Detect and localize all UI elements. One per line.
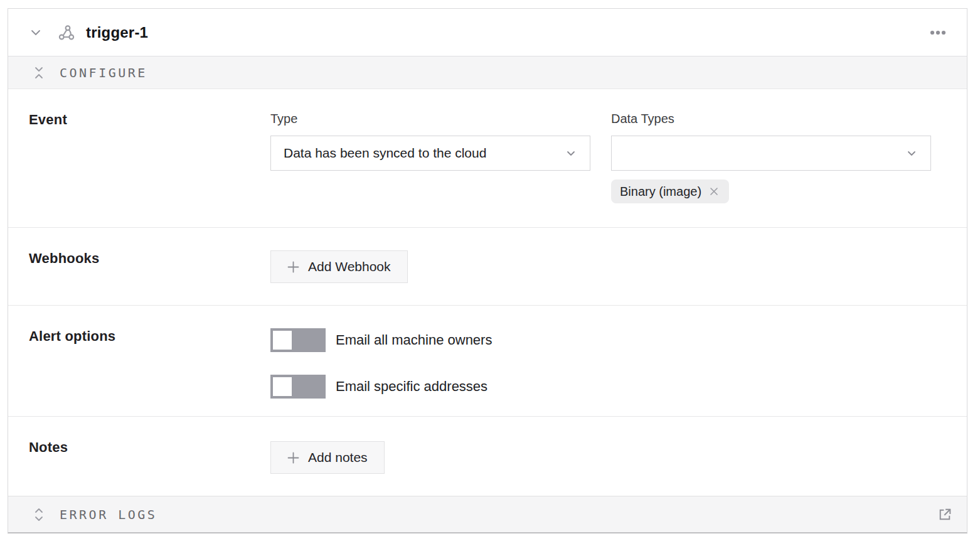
plus-icon [287, 261, 299, 273]
chevron-down-icon[interactable] [29, 26, 42, 39]
event-type-field: Type Data has been synced to the cloud [270, 112, 590, 203]
event-type-select[interactable]: Data has been synced to the cloud [270, 136, 590, 171]
alert-options-row-label: Alert options [8, 306, 270, 416]
error-logs-bar-label: ERROR LOGS [60, 507, 157, 522]
error-logs-section-bar[interactable]: ERROR LOGS [8, 496, 967, 532]
alert-options-row: Alert options Email all machine owners E… [8, 305, 967, 416]
configure-bar-label: CONFIGURE [60, 65, 147, 80]
email-specific-label: Email specific addresses [336, 378, 487, 395]
add-webhook-button-label: Add Webhook [308, 259, 391, 274]
chevron-down-icon [565, 147, 577, 159]
more-menu-button[interactable] [928, 23, 948, 43]
chevron-down-icon [905, 147, 918, 159]
configure-section-bar[interactable]: CONFIGURE [8, 56, 967, 88]
notes-row-label: Notes [8, 417, 270, 496]
webhooks-row: Webhooks Add Webhook [8, 227, 967, 305]
trigger-title: trigger-1 [86, 24, 148, 41]
email-all-owners-label: Email all machine owners [336, 332, 492, 348]
type-field-label: Type [270, 112, 590, 126]
email-all-owners-toggle-row: Email all machine owners [270, 328, 967, 352]
notes-row: Notes Add notes [8, 416, 967, 496]
data-types-select[interactable] [611, 136, 931, 171]
data-type-chip-label: Binary (image) [620, 185, 701, 199]
event-row-label: Event [8, 89, 270, 227]
webhooks-row-label: Webhooks [8, 228, 270, 305]
add-notes-button-label: Add notes [308, 450, 368, 465]
open-logs-external-link-button[interactable] [937, 506, 953, 522]
page: trigger-1 CONFIGURE Event [0, 0, 980, 541]
plus-icon [287, 452, 299, 464]
event-row: Event Type Data has been synced to the c… [8, 88, 967, 227]
toggle-knob [273, 331, 292, 350]
data-types-field: Data Types Binary (image) [611, 112, 931, 203]
add-webhook-button[interactable]: Add Webhook [270, 250, 408, 283]
collapse-vertical-icon [33, 65, 45, 80]
toggle-knob [273, 377, 292, 396]
webhook-icon [57, 23, 76, 42]
data-types-field-label: Data Types [611, 112, 931, 126]
add-notes-button[interactable]: Add notes [270, 441, 385, 474]
email-specific-toggle[interactable] [270, 375, 326, 399]
event-type-select-value: Data has been synced to the cloud [284, 146, 565, 161]
trigger-card: trigger-1 CONFIGURE Event [8, 8, 967, 533]
trigger-card-header: trigger-1 [8, 9, 967, 56]
email-specific-toggle-row: Email specific addresses [270, 375, 967, 399]
data-type-chip: Binary (image) [611, 179, 729, 203]
email-all-owners-toggle[interactable] [270, 328, 326, 352]
expand-vertical-icon [33, 507, 45, 522]
remove-chip-button[interactable] [708, 185, 720, 198]
